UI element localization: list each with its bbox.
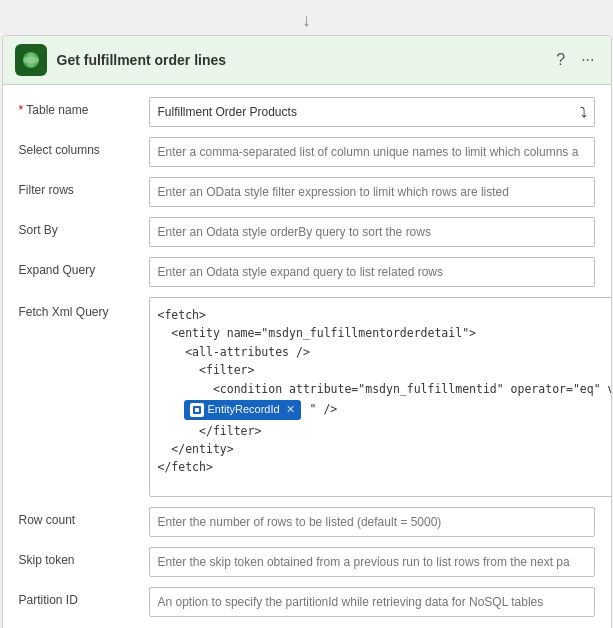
row-count-label: Row count — [19, 507, 149, 527]
skip-token-label: Skip token — [19, 547, 149, 567]
sort-by-input[interactable] — [149, 217, 595, 247]
connector-arrow: ↓ — [2, 10, 612, 31]
token-label: EntityRecordId — [208, 401, 280, 419]
expand-query-row: Expand Query — [19, 257, 595, 287]
table-name-label: Table name — [19, 97, 149, 117]
card-title: Get fulfillment order lines — [57, 52, 543, 68]
sort-by-label: Sort By — [19, 217, 149, 237]
fetch-xml-editor[interactable]: <fetch> <entity name="msdyn_fulfillmento… — [149, 297, 612, 497]
entity-record-id-token[interactable]: EntityRecordId ✕ — [184, 400, 301, 420]
help-button[interactable]: ? — [552, 49, 569, 71]
header-icons: ? ··· — [552, 49, 598, 71]
filter-rows-row: Filter rows — [19, 177, 595, 207]
row-count-input[interactable] — [149, 507, 595, 537]
action-card: Get fulfillment order lines ? ··· Table … — [2, 35, 612, 628]
app-logo — [15, 44, 47, 76]
more-button[interactable]: ··· — [577, 49, 598, 71]
table-name-select[interactable]: Fulfillment Order Products — [149, 97, 595, 127]
table-name-select-wrap: Fulfillment Order Products ⤵ — [149, 97, 595, 127]
xml-line-5: <condition attribute="msdyn_fulfillmenti… — [158, 380, 612, 398]
expand-query-label: Expand Query — [19, 257, 149, 277]
xml-line-3: <all-attributes /> — [158, 343, 612, 361]
filter-rows-label: Filter rows — [19, 177, 149, 197]
card-body: Table name Fulfillment Order Products ⤵ … — [3, 85, 611, 628]
fetch-xml-row: Fetch Xml Query <fetch> <entity name="ms… — [19, 297, 595, 497]
select-columns-label: Select columns — [19, 137, 149, 157]
sort-by-row: Sort By — [19, 217, 595, 247]
partition-id-row: Partition ID — [19, 587, 595, 617]
partition-id-input[interactable] — [149, 587, 595, 617]
xml-line-2: <entity name="msdyn_fulfillmentorderdeta… — [158, 324, 612, 342]
select-columns-input[interactable] — [149, 137, 595, 167]
xml-line-6: </filter> — [158, 422, 612, 440]
row-count-row: Row count — [19, 507, 595, 537]
xml-line-1: <fetch> — [158, 306, 612, 324]
token-close-button[interactable]: ✕ — [286, 401, 295, 419]
table-name-row: Table name Fulfillment Order Products ⤵ — [19, 97, 595, 127]
token-line: EntityRecordId ✕ " /> — [158, 400, 612, 420]
token-icon — [190, 403, 204, 417]
svg-rect-4 — [195, 408, 199, 412]
svg-point-2 — [23, 57, 39, 64]
xml-line-8: </fetch> — [158, 458, 612, 476]
xml-suffix: " /> — [310, 402, 338, 416]
fetch-xml-label: Fetch Xml Query — [19, 297, 149, 319]
partition-id-label: Partition ID — [19, 587, 149, 607]
xml-line-4: <filter> — [158, 361, 612, 379]
expand-query-input[interactable] — [149, 257, 595, 287]
filter-rows-input[interactable] — [149, 177, 595, 207]
select-columns-row: Select columns — [19, 137, 595, 167]
skip-token-row: Skip token — [19, 547, 595, 577]
skip-token-input[interactable] — [149, 547, 595, 577]
card-header: Get fulfillment order lines ? ··· — [3, 36, 611, 85]
xml-line-7: </entity> — [158, 440, 612, 458]
